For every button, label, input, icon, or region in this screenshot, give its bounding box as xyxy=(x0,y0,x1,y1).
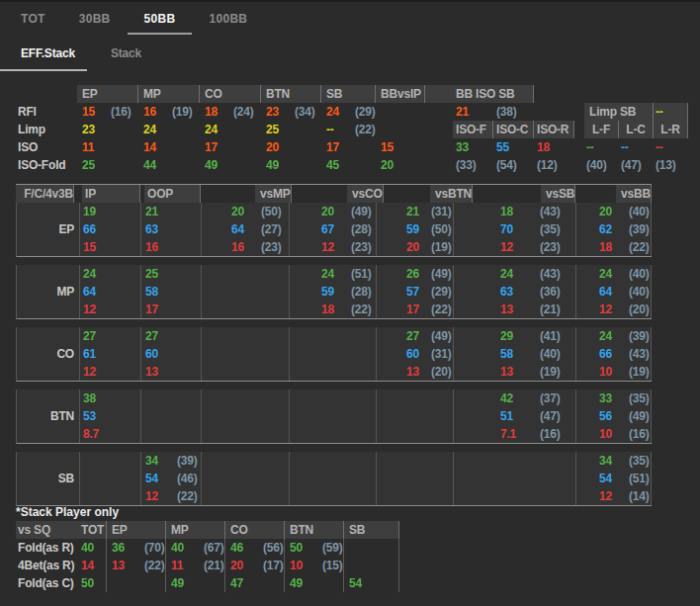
stat-sample: (35) xyxy=(629,452,650,470)
stat-sample: (31) xyxy=(431,345,452,363)
stat-value: 10 xyxy=(290,557,322,574)
stat-sample: (37) xyxy=(540,390,561,407)
fold-line: 38 42(37) 33(35) xyxy=(17,390,652,407)
stat-sample: (15) xyxy=(322,557,343,574)
tab-30bb[interactable]: 30BB xyxy=(62,2,128,36)
col-header-sb: SB xyxy=(344,521,399,539)
stat-cell: 13(20) xyxy=(377,363,454,381)
stat-cell: (40) xyxy=(584,156,619,174)
stat-sample: (49) xyxy=(351,203,372,220)
stat-cell: (33) xyxy=(453,156,493,174)
call-line: MP 64 58 59(28) 57(29) 63(36) 64(40) xyxy=(17,283,652,301)
row-label: RFI xyxy=(16,103,77,121)
stat-cell: 38 xyxy=(80,390,141,407)
col-header-co: CO xyxy=(200,85,261,103)
stat-sample: (49) xyxy=(629,407,650,425)
stat-value: 18 xyxy=(599,238,629,256)
stat-sample: (27) xyxy=(261,220,282,238)
stat-cell: 33 xyxy=(453,138,493,156)
gap xyxy=(574,103,584,121)
empty-cell xyxy=(376,103,425,121)
tab-tot[interactable]: TOT xyxy=(4,2,62,36)
row-label-cell xyxy=(17,390,80,407)
stat-cell: 58(40) xyxy=(454,345,576,363)
stat-value: 27 xyxy=(83,327,115,345)
col-header-sb: SB xyxy=(321,85,376,103)
stat-sample: (40) xyxy=(586,156,607,174)
stat-value: 42 xyxy=(500,390,540,407)
empty-cell xyxy=(454,470,576,487)
stat-value: 20 xyxy=(599,203,629,220)
col-header-l-f: L-F xyxy=(584,121,619,138)
stat-cell: 57(29) xyxy=(377,283,454,301)
gap xyxy=(574,121,584,138)
stat-cell: 4Bet(as R)14 xyxy=(16,557,107,574)
empty-cell xyxy=(80,470,141,487)
stat-sample: (43) xyxy=(540,203,561,220)
stat-sample: (50) xyxy=(431,220,452,238)
empty-cell xyxy=(290,452,377,470)
stat-sample: (22) xyxy=(144,557,165,574)
call-line: EP 66 63 64(27) 67(28) 59(50) 70(35) 62(… xyxy=(17,220,652,238)
row-label-cell xyxy=(17,363,80,381)
stat-value: 12 xyxy=(500,238,540,256)
stat-cell: 58 xyxy=(141,283,202,301)
stat-cell: 24(29) xyxy=(321,103,376,121)
tab-100bb[interactable]: 100BB xyxy=(192,2,264,36)
stat-value: 25 xyxy=(82,156,111,174)
stat-value: 15 xyxy=(82,103,111,121)
call-line: CO 61 60 60(31) 58(40) 66(43) xyxy=(17,345,652,363)
row-label-cell xyxy=(17,265,80,283)
stat-value: 24 xyxy=(500,265,540,283)
stat-sample: (70) xyxy=(144,539,165,557)
col-header-fc4: F/C/4v3B xyxy=(16,185,74,203)
fc4-header-row: F/C/4v3B IP OOP vsMP vsCO vsBTN vsSB vsB… xyxy=(16,185,652,203)
stat-sample: (36) xyxy=(540,283,561,301)
stat-cell: 36(70) xyxy=(107,539,166,557)
tab-stack[interactable]: Stack xyxy=(101,36,151,71)
stat-cell: 15 xyxy=(80,238,141,256)
call-line: SB 54(46) 54(51) xyxy=(17,470,652,487)
stat-value: 54 xyxy=(349,574,362,592)
row-label: ISO-Fold xyxy=(16,156,77,174)
stat-value: 34 xyxy=(599,452,629,470)
stat-value: 58 xyxy=(145,283,177,301)
stat-value: 36 xyxy=(112,539,144,557)
empty-cell xyxy=(377,452,454,470)
fc4-block-co: 27 27 27(49) 29(41) 24(39) CO 61 60 60(3… xyxy=(16,327,652,382)
fold-line: 27 27 27(49) 29(41) 24(39) xyxy=(17,327,652,345)
stat-cell: 12(23) xyxy=(290,238,377,256)
stat-value: 11 xyxy=(171,557,204,574)
stat-cell: (38) xyxy=(493,103,534,121)
stat-value: 44 xyxy=(143,156,172,174)
empty-cell xyxy=(377,407,454,425)
stat-value: 50 xyxy=(290,539,322,557)
col-header-iso-r: ISO-R xyxy=(534,121,574,138)
col-header-bb-iso-sb: BB ISO SB xyxy=(425,85,534,103)
tab-eff-stack[interactable]: EFF.Stack xyxy=(0,36,87,71)
stat-cell: 7.1(16) xyxy=(454,425,576,443)
stat-cell: 16(19) xyxy=(138,103,200,121)
stat-sample: (12) xyxy=(537,156,558,174)
empty-cell xyxy=(80,487,141,505)
stat-value: 20 xyxy=(321,203,351,220)
stat-sample: (67) xyxy=(204,539,224,557)
stat-sample: (19) xyxy=(540,363,561,381)
stat-value: 53 xyxy=(83,407,115,425)
stat-sample: (39) xyxy=(629,220,650,238)
stat-cell: 29(41) xyxy=(454,327,576,345)
stat-cell: 34(35) xyxy=(576,452,652,470)
stat-cell: (47) xyxy=(619,156,654,174)
row-fold-as-r: Fold(as R)40 36(70) 40(67) 46(56) 50(59) xyxy=(16,539,399,557)
row-label-cell xyxy=(17,452,80,470)
tab-50bb[interactable]: 50BB xyxy=(128,2,193,36)
empty-cell xyxy=(202,363,290,381)
empty-cell xyxy=(290,390,377,407)
stat-sample: (49) xyxy=(431,327,452,345)
stat-cell: 17 xyxy=(141,301,202,318)
stat-value: 20 xyxy=(231,203,261,220)
col-header-ip: IP xyxy=(82,185,140,203)
stat-cell: 59(28) xyxy=(290,283,377,301)
stat-value: 12 xyxy=(83,363,115,381)
stat-value: -- xyxy=(326,121,355,138)
